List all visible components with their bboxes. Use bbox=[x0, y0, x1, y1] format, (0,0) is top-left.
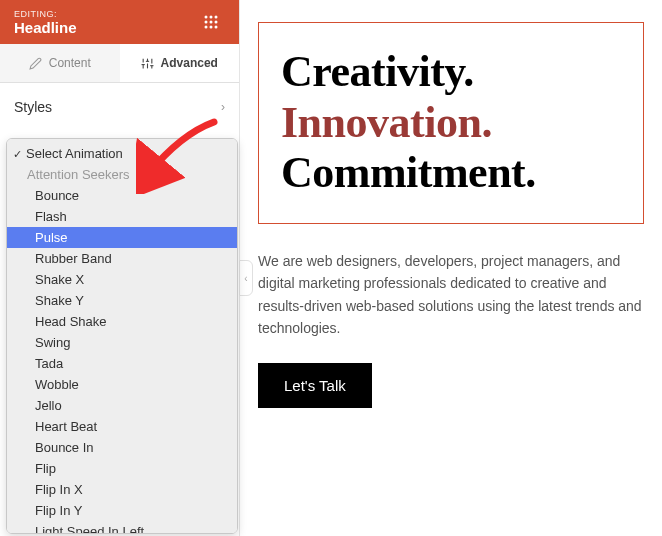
svg-point-6 bbox=[205, 26, 208, 29]
svg-point-5 bbox=[215, 21, 218, 24]
svg-point-0 bbox=[205, 16, 208, 19]
collapse-sidebar-handle[interactable]: ‹ bbox=[239, 260, 253, 296]
styles-section-header[interactable]: Styles › bbox=[0, 83, 239, 131]
sliders-icon bbox=[141, 56, 155, 70]
dropdown-option[interactable]: Flip bbox=[7, 458, 237, 479]
sidebar-tabs: Content Advanced bbox=[0, 44, 239, 83]
editing-block-title: Headline bbox=[14, 19, 77, 36]
dropdown-option[interactable]: Tada bbox=[7, 353, 237, 374]
tab-advanced[interactable]: Advanced bbox=[120, 44, 240, 82]
tab-label: Content bbox=[49, 56, 91, 70]
dropdown-option[interactable]: Flip In Y bbox=[7, 500, 237, 521]
hero-line-2: Innovation. bbox=[281, 98, 621, 149]
cta-button[interactable]: Let's Talk bbox=[258, 363, 372, 408]
dropdown-option[interactable]: Flash bbox=[7, 206, 237, 227]
canvas-preview: ‹ Creativity. Innovation. Commitment. We… bbox=[240, 0, 662, 536]
body-paragraph: We are web designers, developers, projec… bbox=[258, 250, 644, 340]
dropdown-option[interactable]: Wobble bbox=[7, 374, 237, 395]
dropdown-option[interactable]: Jello bbox=[7, 395, 237, 416]
svg-point-4 bbox=[210, 21, 213, 24]
svg-point-3 bbox=[205, 21, 208, 24]
svg-point-8 bbox=[215, 26, 218, 29]
sidebar-header: EDITING: Headline bbox=[0, 0, 239, 44]
dropdown-option[interactable]: Heart Beat bbox=[7, 416, 237, 437]
dropdown-option[interactable]: Shake X bbox=[7, 269, 237, 290]
animation-dropdown[interactable]: Select Animation Attention Seekers Bounc… bbox=[6, 138, 238, 534]
dropdown-option[interactable]: Bounce In bbox=[7, 437, 237, 458]
dropdown-option[interactable]: Bounce bbox=[7, 185, 237, 206]
dropdown-selected[interactable]: Select Animation bbox=[7, 143, 237, 164]
svg-point-1 bbox=[210, 16, 213, 19]
svg-point-2 bbox=[215, 16, 218, 19]
svg-point-7 bbox=[210, 26, 213, 29]
headline-block[interactable]: Creativity. Innovation. Commitment. bbox=[258, 22, 644, 224]
dropdown-option[interactable]: Flip In X bbox=[7, 479, 237, 500]
editor-sidebar: EDITING: Headline Content Advanced Style… bbox=[0, 0, 240, 536]
hero-line-1: Creativity. bbox=[281, 47, 621, 98]
pencil-icon bbox=[29, 56, 43, 70]
styles-label: Styles bbox=[14, 99, 52, 115]
dropdown-option[interactable]: Shake Y bbox=[7, 290, 237, 311]
apps-grid-icon[interactable] bbox=[197, 8, 225, 36]
dropdown-option[interactable]: Rubber Band bbox=[7, 248, 237, 269]
dropdown-option[interactable]: Pulse bbox=[7, 227, 237, 248]
hero-line-3: Commitment. bbox=[281, 148, 621, 199]
dropdown-option[interactable]: Light Speed In Left bbox=[7, 521, 237, 534]
dropdown-category: Attention Seekers bbox=[7, 164, 237, 185]
chevron-right-icon: › bbox=[221, 100, 225, 114]
dropdown-option[interactable]: Head Shake bbox=[7, 311, 237, 332]
editing-label: EDITING: bbox=[14, 9, 77, 19]
dropdown-option[interactable]: Swing bbox=[7, 332, 237, 353]
tab-content[interactable]: Content bbox=[0, 44, 120, 82]
tab-label: Advanced bbox=[161, 56, 218, 70]
